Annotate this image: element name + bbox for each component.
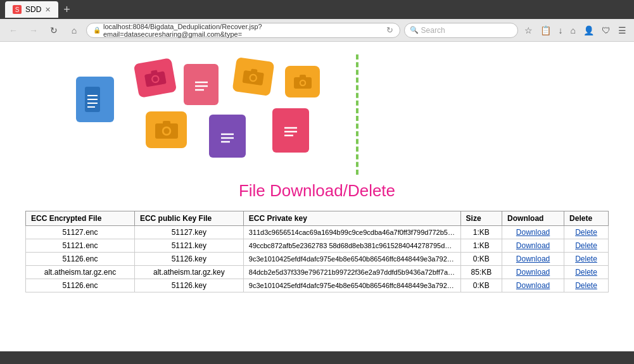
- section-title: File Download/Delete: [25, 181, 609, 201]
- orange-camera-icon: [232, 57, 275, 96]
- icons-area: [0, 42, 634, 181]
- back-button[interactable]: ←: [5, 22, 22, 39]
- page-content: File Download/Delete ECC Encrypted File …: [0, 42, 634, 364]
- col-size: Size: [460, 211, 502, 226]
- delete-cell[interactable]: Delete: [564, 226, 609, 239]
- svg-point-22: [163, 129, 169, 134]
- bookmarks-list-icon[interactable]: 📋: [538, 24, 554, 37]
- pub-key-cell: 51126.key: [134, 279, 243, 292]
- priv-key-cell: 311d3c9656514cac69a1694b99c9ce9cdba46a7f…: [243, 226, 460, 239]
- url-text: localhost:8084/Bigdata_Deduplication/Rec…: [103, 23, 384, 38]
- browser-tab[interactable]: S SDD ✕: [5, 1, 58, 18]
- delete-cell[interactable]: Delete: [564, 253, 609, 266]
- purple-doc-icon: [209, 115, 246, 158]
- nav-icons: ☆ 📋 ↓ ⌂ 👤 🛡 ☰: [522, 24, 629, 37]
- home-button[interactable]: ⌂: [66, 22, 82, 39]
- col-download: Download: [502, 211, 564, 226]
- size-cell: 0:KB: [460, 253, 502, 266]
- browser-titlebar: S SDD ✕ +: [0, 0, 634, 19]
- new-tab-btn[interactable]: +: [63, 3, 70, 16]
- status-bar: [0, 351, 634, 364]
- lock-icon: 🔒: [93, 27, 101, 34]
- delete-button[interactable]: Delete: [575, 268, 597, 277]
- download-button[interactable]: Download: [516, 241, 550, 250]
- tab-favicon: S: [13, 5, 22, 14]
- blue-file-icon: [76, 77, 114, 122]
- pink-doc-icon: [184, 64, 219, 105]
- enc-file-cell: 51127.enc: [26, 226, 135, 239]
- tab-label: SDD: [25, 5, 41, 14]
- forward-button[interactable]: →: [25, 22, 42, 39]
- pink-file-icon-bottom: [272, 108, 309, 153]
- delete-cell[interactable]: Delete: [564, 239, 609, 253]
- table-row: 51126.enc 51126.key 9c3e1010425efdf4dafc…: [26, 253, 609, 266]
- download-button[interactable]: Download: [516, 268, 550, 277]
- enc-file-cell: 51121.enc: [26, 239, 135, 253]
- table-row: 51121.enc 51121.key 49ccbc872afb5e236278…: [26, 239, 609, 253]
- download-cell[interactable]: Download: [502, 253, 564, 266]
- bookmark-icon[interactable]: ☆: [522, 24, 535, 37]
- download-cell[interactable]: Download: [502, 239, 564, 253]
- priv-key-cell: 9c3e1010425efdf4dafc975e4b8e6540b86546ff…: [243, 279, 460, 292]
- reload-icon: ↻: [386, 25, 393, 35]
- table-row: 51126.enc 51126.key 9c3e1010425efdf4dafc…: [26, 279, 609, 292]
- search-bar[interactable]: 🔍 Search: [404, 23, 518, 38]
- col-priv-key: ECC Private key: [243, 211, 460, 226]
- svg-rect-19: [300, 75, 306, 78]
- pub-key-cell: 51126.key: [134, 253, 243, 266]
- pub-key-cell: 51121.key: [134, 239, 243, 253]
- size-cell: 85:KB: [460, 266, 502, 279]
- table-body: 51127.enc 51127.key 311d3c9656514cac69a1…: [26, 226, 609, 292]
- delete-button[interactable]: Delete: [575, 281, 597, 290]
- browser-navbar: ← → ↻ ⌂ 🔒 localhost:8084/Bigdata_Dedupli…: [0, 19, 634, 42]
- download-button[interactable]: Download: [516, 228, 550, 237]
- orange-camera-icon-3: [146, 111, 187, 148]
- refresh-button[interactable]: ↻: [46, 22, 62, 39]
- delete-cell[interactable]: Delete: [564, 266, 609, 279]
- delete-cell[interactable]: Delete: [564, 279, 609, 292]
- col-enc-file: ECC Encrypted File: [26, 211, 135, 226]
- pink-camera-icon-top: [134, 58, 177, 98]
- table-header-row: ECC Encrypted File ECC public Key File E…: [26, 211, 609, 226]
- user-icon[interactable]: 👤: [581, 24, 597, 37]
- col-pub-key: ECC public Key File: [134, 211, 243, 226]
- shield-icon[interactable]: 🛡: [599, 24, 613, 37]
- tab-close-btn[interactable]: ✕: [45, 6, 51, 14]
- svg-rect-23: [163, 121, 170, 125]
- download-button[interactable]: Download: [516, 254, 550, 263]
- dashed-separator: [356, 54, 358, 175]
- file-section: File Download/Delete ECC Encrypted File …: [0, 181, 634, 305]
- enc-file-cell: alt.atheism.tar.gz.enc: [26, 266, 135, 279]
- col-delete: Delete: [564, 211, 609, 226]
- table-row: 51127.enc 51127.key 311d3c9656514cac69a1…: [26, 226, 609, 239]
- delete-button[interactable]: Delete: [575, 241, 597, 250]
- download-cell[interactable]: Download: [502, 226, 564, 239]
- table-row: alt.atheism.tar.gz.enc alt.atheism.tar.g…: [26, 266, 609, 279]
- delete-button[interactable]: Delete: [575, 254, 597, 263]
- priv-key-cell: 9c3e1010425efdf4dafc975e4b8e6540b86546ff…: [243, 253, 460, 266]
- size-cell: 1:KB: [460, 226, 502, 239]
- pub-key-cell: alt.atheism.tar.gz.key: [134, 266, 243, 279]
- orange-camera-icon-2: [285, 66, 320, 97]
- size-cell: 0:KB: [460, 279, 502, 292]
- delete-button[interactable]: Delete: [575, 228, 597, 237]
- svg-point-18: [301, 81, 305, 85]
- download-icon[interactable]: ↓: [556, 24, 566, 37]
- files-table: ECC Encrypted File ECC public Key File E…: [25, 211, 609, 292]
- search-placeholder: Search: [421, 26, 445, 35]
- address-bar[interactable]: 🔒 localhost:8084/Bigdata_Deduplication/R…: [86, 23, 400, 38]
- menu-icon[interactable]: ☰: [616, 24, 629, 37]
- home-nav-icon[interactable]: ⌂: [568, 24, 578, 37]
- pub-key-cell: 51127.key: [134, 226, 243, 239]
- size-cell: 1:KB: [460, 239, 502, 253]
- priv-key-cell: 84dcb2e5d37f339e796721b99722f36e2a97ddfd…: [243, 266, 460, 279]
- download-cell[interactable]: Download: [502, 279, 564, 292]
- download-button[interactable]: Download: [516, 281, 550, 290]
- search-icon: 🔍: [410, 26, 419, 34]
- priv-key-cell: 49ccbc872afb5e2362783 58d68d8eb381c96152…: [243, 239, 460, 253]
- enc-file-cell: 51126.enc: [26, 253, 135, 266]
- download-cell[interactable]: Download: [502, 266, 564, 279]
- enc-file-cell: 51126.enc: [26, 279, 135, 292]
